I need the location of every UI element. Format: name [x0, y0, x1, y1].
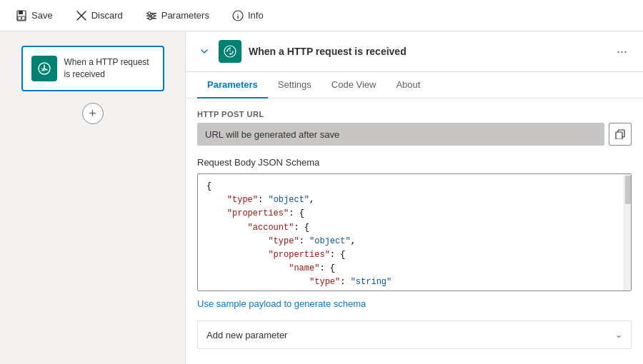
json-editor[interactable]: { "type": "object", "properties": { "acc… [197, 173, 632, 291]
svg-point-11 [149, 16, 151, 19]
url-placeholder-text: URL will be generated after save [205, 129, 339, 140]
discard-icon [76, 10, 87, 21]
expand-icon[interactable] [197, 44, 211, 59]
save-icon [16, 10, 27, 21]
copy-url-button[interactable] [609, 123, 632, 146]
main-layout: ≫ When a HTTP request is received + [0, 31, 643, 364]
left-panel: ≫ When a HTTP request is received + [0, 31, 186, 364]
action-icon [219, 40, 241, 63]
chevron-down-icon: ⌄ [615, 330, 622, 340]
svg-rect-1 [19, 11, 23, 14]
save-button[interactable]: Save [11, 7, 57, 24]
svg-rect-19 [616, 132, 622, 139]
add-param-label: Add new parameter [206, 330, 287, 340]
discard-label: Discard [91, 10, 123, 21]
trigger-card[interactable]: ≫ When a HTTP request is received [21, 46, 164, 91]
http-post-url-label: HTTP POST URL [197, 110, 632, 118]
info-button[interactable]: i Info [228, 7, 268, 24]
tab-content: HTTP POST URL URL will be generated afte… [186, 98, 643, 364]
info-label: Info [248, 10, 264, 21]
svg-text:i: i [237, 13, 239, 20]
save-label: Save [31, 10, 53, 21]
tab-parameters[interactable]: Parameters [197, 72, 268, 98]
json-scrollbar[interactable] [624, 174, 631, 290]
more-options-button[interactable]: ··· [612, 43, 632, 61]
tab-about[interactable]: About [386, 72, 430, 98]
url-field: URL will be generated after save [197, 123, 604, 146]
add-parameter-bar[interactable]: Add new parameter ⌄ [197, 320, 632, 349]
header-title: When a HTTP request is received [249, 46, 605, 57]
toolbar: Save Discard Parameters [0, 0, 643, 31]
copy-icon [615, 129, 625, 139]
svg-point-3 [21, 17, 22, 19]
svg-point-10 [151, 14, 154, 17]
schema-label: Request Body JSON Schema [197, 157, 632, 168]
json-content: { "type": "object", "properties": { "acc… [198, 174, 631, 290]
tab-settings[interactable]: Settings [268, 72, 322, 98]
trigger-icon: ≫ [31, 56, 57, 81]
trigger-label: When a HTTP request is received [64, 56, 154, 81]
add-step-button[interactable]: + [82, 103, 104, 124]
discard-button[interactable]: Discard [71, 7, 127, 24]
parameters-label: Parameters [161, 10, 209, 21]
svg-text:≫: ≫ [41, 67, 46, 73]
json-scrollbar-thumb [625, 176, 631, 204]
url-field-row: URL will be generated after save [197, 123, 632, 146]
right-panel: When a HTTP request is received ··· Para… [186, 31, 643, 364]
generate-schema-link[interactable]: Use sample payload to generate schema [197, 298, 632, 309]
tabs: Parameters Settings Code View About [186, 72, 643, 98]
info-icon: i [232, 10, 244, 21]
parameters-button[interactable]: Parameters [141, 7, 214, 24]
svg-point-9 [148, 11, 151, 14]
parameters-icon [146, 10, 157, 21]
right-header: When a HTTP request is received ··· [186, 31, 643, 72]
tab-code-view[interactable]: Code View [322, 72, 387, 98]
